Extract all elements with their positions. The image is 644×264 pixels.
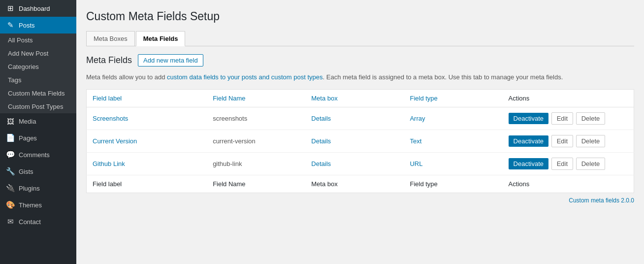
sidebar-item-custom-post-types[interactable]: Custom Post Types [0, 100, 76, 113]
deactivate-button[interactable]: Deactivate [509, 135, 548, 147]
edit-button[interactable]: Edit [551, 112, 573, 125]
sidebar-item-label: Media [19, 118, 36, 125]
posts-icon: ✎ [6, 21, 15, 30]
col-header-actions: Actions [503, 89, 634, 107]
gists-icon: 🔧 [6, 167, 15, 176]
table-header-row: Field label Field Name Meta box Field ty… [87, 89, 634, 107]
dashboard-icon: ⊞ [6, 4, 15, 13]
col-header-field-name: Field Name [207, 89, 305, 107]
footer-field-label: Field label [87, 175, 207, 193]
comments-icon: 💬 [6, 150, 15, 159]
footer-field-type: Field type [404, 175, 502, 193]
delete-button[interactable]: Delete [576, 112, 606, 125]
cell-field-label: Screenshots [87, 107, 207, 130]
deactivate-button[interactable]: Deactivate [509, 113, 548, 124]
delete-button[interactable]: Delete [576, 135, 606, 147]
field-label-link[interactable]: Github Link [93, 160, 125, 167]
field-type-link[interactable]: Text [410, 137, 421, 145]
info-text-link[interactable]: custom data fields to your posts and cus… [167, 73, 323, 81]
sidebar-item-label: Dashboard [19, 5, 50, 12]
cell-field-name: current-version [207, 130, 305, 152]
cell-field-name: screenshots [207, 107, 305, 130]
sidebar-item-posts[interactable]: ✎ Posts [0, 17, 76, 33]
version-text: Custom meta fields 2.0.0 [86, 197, 634, 204]
cell-field-type: Text [404, 130, 502, 152]
sidebar-item-tags[interactable]: Tags [0, 73, 76, 87]
section-header: Meta Fields Add new meta field [86, 54, 634, 66]
themes-icon: 🎨 [6, 200, 15, 209]
sidebar-item-pages[interactable]: 📄 Pages [0, 130, 76, 146]
footer-actions: Actions [503, 175, 634, 193]
plugins-icon: 🔌 [6, 184, 15, 193]
sidebar-item-label: All Posts [8, 36, 33, 44]
cell-actions: Deactivate Edit Delete [503, 152, 634, 175]
sidebar-item-label: Comments [19, 151, 50, 159]
meta-box-link[interactable]: Details [311, 137, 331, 145]
cell-field-label: Github Link [87, 152, 207, 175]
col-header-meta-box: Meta box [305, 89, 404, 107]
sidebar-item-label: Posts [19, 22, 35, 29]
sidebar-item-categories[interactable]: Categories [0, 60, 76, 73]
sidebar-item-contact[interactable]: ✉ Contact [0, 213, 76, 230]
sidebar-item-custom-meta-fields[interactable]: Custom Meta Fields [0, 87, 76, 100]
field-label-link[interactable]: Current Version [93, 137, 137, 145]
sidebar-item-add-new-post[interactable]: Add New Post [0, 47, 76, 60]
sidebar-item-media[interactable]: 🖼 Media [0, 113, 76, 130]
table-row: Current Version current-version Details … [87, 130, 634, 152]
sidebar-item-label: Gists [19, 168, 33, 175]
sidebar-item-label: Custom Post Types [8, 103, 63, 110]
sidebar-item-label: Tags [8, 76, 21, 84]
sidebar-item-label: Plugins [19, 185, 40, 192]
sidebar-item-dashboard[interactable]: ⊞ Dashboard [0, 0, 76, 17]
sidebar-item-comments[interactable]: 💬 Comments [0, 146, 76, 163]
col-header-field-label: Field label [87, 89, 207, 107]
sidebar-item-all-posts[interactable]: All Posts [0, 33, 76, 47]
delete-button[interactable]: Delete [576, 158, 606, 170]
sidebar-item-themes[interactable]: 🎨 Themes [0, 197, 76, 213]
tabs: Meta Boxes Meta Fields [86, 31, 634, 46]
sidebar: ⊞ Dashboard ✎ Posts All Posts Add New Po… [0, 0, 76, 264]
sidebar-item-label: Themes [19, 201, 42, 209]
edit-button[interactable]: Edit [551, 135, 573, 147]
pages-icon: 📄 [6, 133, 15, 142]
edit-button[interactable]: Edit [551, 158, 573, 170]
cell-meta-box: Details [305, 130, 404, 152]
deactivate-button[interactable]: Deactivate [509, 158, 548, 169]
sidebar-item-plugins[interactable]: 🔌 Plugins [0, 180, 76, 197]
sidebar-item-label: Contact [19, 218, 41, 226]
cell-field-label: Current Version [87, 130, 207, 152]
info-text: Meta fields allow you to add custom data… [86, 72, 634, 82]
sidebar-item-label: Pages [19, 134, 37, 142]
media-icon: 🖼 [6, 117, 15, 126]
sidebar-item-gists[interactable]: 🔧 Gists [0, 163, 76, 180]
section-title: Meta Fields [86, 55, 132, 66]
tab-meta-boxes[interactable]: Meta Boxes [86, 31, 135, 46]
cell-field-name: github-link [207, 152, 305, 175]
add-new-meta-field-button[interactable]: Add new meta field [138, 54, 203, 66]
field-type-link[interactable]: URL [410, 160, 422, 167]
table-row: Github Link github-link Details URL Deac… [87, 152, 634, 175]
sidebar-item-label: Add New Post [8, 50, 48, 57]
footer-meta-box: Meta box [305, 175, 404, 193]
field-type-link[interactable]: Array [410, 115, 425, 122]
cell-field-type: URL [404, 152, 502, 175]
contact-icon: ✉ [6, 217, 15, 226]
cell-actions: Deactivate Edit Delete [503, 107, 634, 130]
sidebar-item-label: Custom Meta Fields [8, 90, 65, 97]
table-row: Screenshots screenshots Details Array De… [87, 107, 634, 130]
page-title: Custom Meta Fields Setup [86, 10, 634, 23]
main-content: Custom Meta Fields Setup Meta Boxes Meta… [76, 0, 644, 264]
col-header-field-type: Field type [404, 89, 502, 107]
meta-box-link[interactable]: Details [311, 115, 331, 122]
meta-box-link[interactable]: Details [311, 160, 331, 167]
meta-fields-table: Field label Field Name Meta box Field ty… [86, 89, 634, 193]
posts-submenu: All Posts Add New Post Categories Tags C… [0, 33, 76, 113]
cell-field-type: Array [404, 107, 502, 130]
tab-meta-fields[interactable]: Meta Fields [136, 31, 186, 46]
cell-meta-box: Details [305, 107, 404, 130]
sidebar-item-label: Categories [8, 63, 39, 70]
cell-meta-box: Details [305, 152, 404, 175]
field-label-link[interactable]: Screenshots [93, 115, 128, 122]
table-footer-row: Field label Field Name Meta box Field ty… [87, 175, 634, 193]
footer-field-name: Field Name [207, 175, 305, 193]
